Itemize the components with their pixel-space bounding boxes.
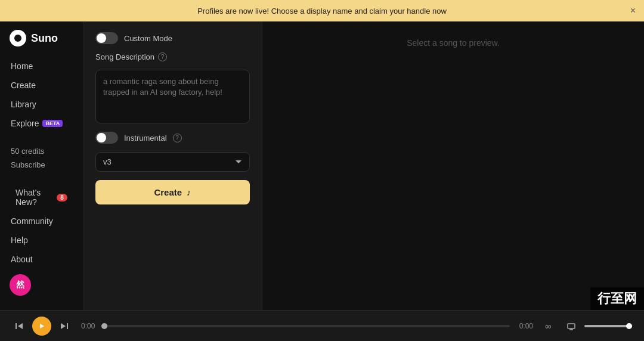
svg-marker-6 bbox=[61, 323, 66, 329]
close-icon[interactable]: × bbox=[630, 5, 636, 16]
sidebar-item-label-create: Create bbox=[11, 80, 36, 90]
sidebar-item-explore[interactable]: Explore BETA bbox=[5, 114, 78, 132]
custom-mode-row: Custom Mode bbox=[95, 32, 250, 44]
create-panel: Custom Mode Song Description ? Instrumen… bbox=[83, 21, 262, 310]
preview-placeholder: Select a song to preview. bbox=[407, 38, 500, 48]
notification-badge: 8 bbox=[57, 194, 67, 202]
skip-forward-icon bbox=[60, 321, 69, 331]
main-content: Custom Mode Song Description ? Instrumen… bbox=[83, 21, 644, 310]
create-button[interactable]: Create ♪ bbox=[95, 180, 250, 204]
sidebar-item-create[interactable]: Create bbox=[5, 76, 78, 94]
logo: Suno bbox=[0, 30, 83, 57]
sidebar-item-library[interactable]: Library bbox=[5, 95, 78, 113]
volume-fill bbox=[584, 325, 632, 327]
sidebar-item-help[interactable]: Help bbox=[5, 231, 78, 249]
about-label: About bbox=[11, 255, 33, 264]
svg-text:∞: ∞ bbox=[545, 321, 551, 331]
time-current: 0:00 bbox=[81, 322, 95, 330]
svg-marker-3 bbox=[18, 323, 23, 329]
fullscreen-button[interactable] bbox=[564, 319, 578, 333]
instrumental-help-icon[interactable]: ? bbox=[173, 134, 182, 142]
sidebar-item-label-explore: Explore bbox=[11, 119, 39, 128]
whats-new-label: What's New? bbox=[16, 188, 53, 207]
song-description-input[interactable] bbox=[95, 70, 250, 123]
play-button[interactable] bbox=[32, 317, 51, 336]
suno-logo-icon bbox=[10, 30, 26, 46]
svg-point-1 bbox=[14, 35, 21, 42]
beta-badge: BETA bbox=[42, 120, 63, 127]
top-banner: Profiles are now live! Choose a display … bbox=[0, 0, 644, 21]
custom-mode-toggle[interactable] bbox=[95, 32, 118, 44]
nav-group-main: Home Create Library Explore BETA bbox=[0, 57, 83, 132]
sidebar-item-about[interactable]: About bbox=[5, 250, 78, 268]
fullscreen-icon bbox=[566, 321, 576, 331]
svg-rect-2 bbox=[16, 323, 17, 329]
toggle-knob bbox=[97, 33, 106, 43]
song-desc-help-icon[interactable]: ? bbox=[158, 52, 167, 61]
sidebar-item-community[interactable]: Community bbox=[5, 212, 78, 230]
instrumental-toggle[interactable] bbox=[95, 132, 118, 144]
loop-icon: ∞ bbox=[545, 321, 556, 331]
skip-forward-button[interactable] bbox=[57, 319, 72, 333]
sidebar-item-label-home: Home bbox=[11, 61, 33, 71]
progress-bar[interactable] bbox=[104, 325, 509, 327]
song-desc-section-label: Song Description ? bbox=[95, 52, 250, 61]
svg-rect-5 bbox=[67, 323, 68, 329]
instrumental-label: Instrumental bbox=[124, 134, 167, 142]
banner-text: Profiles are now live! Choose a display … bbox=[197, 7, 447, 16]
instrumental-row: Instrumental ? bbox=[95, 132, 250, 144]
player-right: ∞ bbox=[543, 318, 632, 334]
sidebar-bottom: 然 bbox=[0, 268, 83, 302]
create-button-label: Create bbox=[154, 187, 182, 197]
credits-display: 50 credits bbox=[0, 144, 83, 158]
preview-panel: Select a song to preview. bbox=[262, 21, 644, 310]
skip-back-button[interactable] bbox=[12, 319, 26, 333]
volume-dot bbox=[626, 323, 632, 329]
time-total: 0:00 bbox=[519, 322, 533, 330]
nav-group-bottom: What's New? 8 Community Help About bbox=[0, 184, 83, 268]
svg-rect-8 bbox=[568, 324, 575, 328]
loop-button[interactable]: ∞ bbox=[543, 318, 558, 334]
subscribe-button[interactable]: Subscribe bbox=[0, 158, 83, 172]
skip-back-icon bbox=[14, 321, 24, 331]
version-select[interactable]: v3 v2 v1 bbox=[95, 152, 250, 172]
community-label: Community bbox=[11, 216, 53, 226]
help-label: Help bbox=[11, 235, 28, 245]
song-desc-label-text: Song Description bbox=[95, 52, 154, 61]
custom-mode-label: Custom Mode bbox=[124, 34, 172, 43]
music-note-icon: ♪ bbox=[187, 187, 191, 197]
svg-marker-4 bbox=[40, 324, 44, 328]
instrumental-toggle-knob bbox=[97, 133, 106, 142]
play-icon bbox=[38, 323, 45, 330]
sidebar-item-whats-new[interactable]: What's New? 8 bbox=[10, 184, 73, 211]
player-controls bbox=[12, 317, 72, 336]
sidebar-item-home[interactable]: Home bbox=[5, 57, 78, 75]
progress-dot bbox=[101, 323, 107, 329]
player-bar: 0:00 0:00 ∞ bbox=[0, 310, 644, 341]
sidebar-item-label-library: Library bbox=[11, 100, 36, 109]
user-avatar[interactable]: 然 bbox=[10, 274, 31, 296]
volume-bar[interactable] bbox=[584, 325, 632, 327]
sidebar: Suno Home Create Library Explore BETA 50… bbox=[0, 21, 83, 310]
logo-text: Suno bbox=[31, 32, 58, 45]
